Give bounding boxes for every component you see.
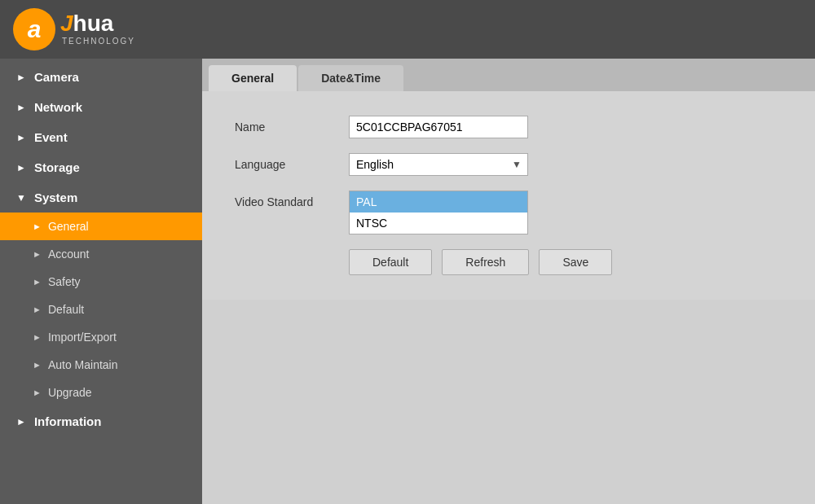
dropdown-option-pal[interactable]: PAL xyxy=(350,191,527,213)
chevron-down-icon: ▼ xyxy=(16,192,26,204)
sidebar-item-network[interactable]: ► Network xyxy=(0,92,202,122)
sidebar-item-import-export[interactable]: ► Import/Export xyxy=(0,323,202,351)
sidebar-label-upgrade: Upgrade xyxy=(48,386,92,399)
sidebar-label-information: Information xyxy=(34,414,102,428)
sidebar-label-default: Default xyxy=(48,303,84,316)
name-control xyxy=(349,116,782,138)
video-standard-label: Video Standard xyxy=(235,191,349,208)
sidebar: ► Camera ► Network ► Event ► Storage ▼ S… xyxy=(0,59,202,504)
sidebar-item-event[interactable]: ► Event xyxy=(0,122,202,152)
sidebar-label-event: Event xyxy=(34,130,68,144)
chevron-right-icon: ► xyxy=(33,388,42,397)
refresh-button[interactable]: Refresh xyxy=(442,249,529,275)
chevron-right-icon: ► xyxy=(16,102,26,113)
save-button[interactable]: Save xyxy=(539,249,612,275)
language-select-container: English ▼ xyxy=(349,153,528,176)
chevron-right-icon: ► xyxy=(33,277,42,287)
language-row: Language English ▼ xyxy=(235,153,782,176)
sidebar-label-auto-maintain: Auto Maintain xyxy=(48,358,118,371)
sidebar-item-safety[interactable]: ► Safety xyxy=(0,268,202,296)
default-button[interactable]: Default xyxy=(349,249,432,275)
sidebar-item-camera[interactable]: ► Camera xyxy=(0,62,202,92)
sidebar-label-system: System xyxy=(34,191,77,204)
tab-general[interactable]: General xyxy=(209,65,297,91)
sidebar-label-import-export: Import/Export xyxy=(48,331,117,344)
language-control: English ▼ xyxy=(349,153,782,176)
logo-brand-name: hua xyxy=(73,11,114,37)
language-select[interactable]: English xyxy=(349,153,528,176)
button-row: Default Refresh Save xyxy=(349,249,782,275)
sidebar-item-account[interactable]: ► Account xyxy=(0,240,202,268)
sidebar-label-storage: Storage xyxy=(34,160,80,174)
name-row: Name xyxy=(235,116,782,138)
sidebar-item-upgrade[interactable]: ► Upgrade xyxy=(0,379,202,406)
chevron-right-icon: ► xyxy=(33,332,42,342)
tab-bar: General Date&Time xyxy=(202,59,815,91)
logo: a J hua TECHNOLOGY xyxy=(13,8,135,50)
chevron-right-icon: ► xyxy=(16,132,26,143)
sidebar-label-network: Network xyxy=(34,100,82,114)
chevron-right-icon: ► xyxy=(16,162,26,173)
logo-brand-prefix: J xyxy=(60,11,73,37)
logo-tech: TECHNOLOGY xyxy=(62,37,135,46)
content-area: General Date&Time Name Language English xyxy=(202,59,815,504)
video-standard-dropdown: PAL NTSC xyxy=(349,191,528,234)
chevron-right-icon: ► xyxy=(33,360,42,370)
sidebar-item-default[interactable]: ► Default xyxy=(0,296,202,323)
sidebar-label-account: Account xyxy=(48,248,90,261)
name-input[interactable] xyxy=(349,116,528,138)
name-label: Name xyxy=(235,116,349,134)
sidebar-label-safety: Safety xyxy=(48,275,81,288)
main-layout: ► Camera ► Network ► Event ► Storage ▼ S… xyxy=(0,59,815,504)
chevron-right-icon: ► xyxy=(33,249,42,259)
header: a J hua TECHNOLOGY xyxy=(0,0,815,59)
dropdown-option-ntsc[interactable]: NTSC xyxy=(350,213,527,234)
sidebar-item-storage[interactable]: ► Storage xyxy=(0,152,202,182)
video-standard-row: Video Standard PAL NTSC xyxy=(235,191,782,234)
language-label: Language xyxy=(235,153,349,171)
sidebar-item-information[interactable]: ► Information xyxy=(0,406,202,436)
logo-letter: a xyxy=(28,17,42,42)
chevron-right-icon: ► xyxy=(16,72,26,83)
video-standard-control: PAL NTSC xyxy=(349,191,782,234)
general-form: Name Language English ▼ Video Standard xyxy=(202,91,815,300)
sidebar-item-auto-maintain[interactable]: ► Auto Maintain xyxy=(0,351,202,379)
chevron-right-icon: ► xyxy=(16,416,26,427)
sidebar-label-general: General xyxy=(48,220,89,233)
sidebar-label-camera: Camera xyxy=(34,70,79,84)
chevron-right-icon: ► xyxy=(33,221,42,231)
chevron-right-icon: ► xyxy=(33,305,42,314)
sidebar-item-system[interactable]: ▼ System xyxy=(0,182,202,213)
logo-circle: a xyxy=(13,8,55,50)
tab-datetime[interactable]: Date&Time xyxy=(298,65,403,91)
sidebar-item-general[interactable]: ► General xyxy=(0,213,202,240)
